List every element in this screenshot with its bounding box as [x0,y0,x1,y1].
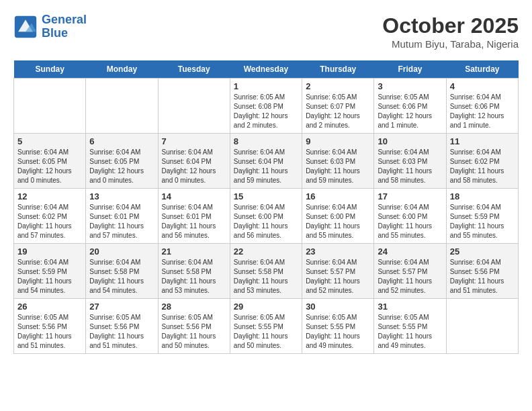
day-info: Sunrise: 6:04 AM Sunset: 5:58 PM Dayligh… [234,258,298,295]
calendar-cell: 24Sunrise: 6:04 AM Sunset: 5:57 PM Dayli… [374,244,446,299]
calendar-cell: 23Sunrise: 6:04 AM Sunset: 5:57 PM Dayli… [302,244,374,299]
calendar-week-row: 1Sunrise: 6:05 AM Sunset: 6:08 PM Daylig… [14,79,519,134]
calendar-cell: 30Sunrise: 6:05 AM Sunset: 5:55 PM Dayli… [302,299,374,354]
day-info: Sunrise: 6:04 AM Sunset: 6:03 PM Dayligh… [306,148,370,185]
day-info: Sunrise: 6:04 AM Sunset: 5:56 PM Dayligh… [450,258,515,295]
day-number: 21 [162,246,226,257]
calendar-cell: 16Sunrise: 6:04 AM Sunset: 6:00 PM Dayli… [302,189,374,244]
calendar-cell [14,79,86,134]
day-number: 20 [89,246,154,257]
calendar-cell: 25Sunrise: 6:04 AM Sunset: 5:56 PM Dayli… [446,244,518,299]
day-number: 26 [17,302,82,312]
day-number: 7 [162,136,226,146]
page-header: General Blue October 2025 Mutum Biyu, Ta… [13,13,519,50]
calendar-cell: 2Sunrise: 6:05 AM Sunset: 6:07 PM Daylig… [302,79,374,134]
day-info: Sunrise: 6:04 AM Sunset: 5:57 PM Dayligh… [378,258,442,295]
day-number: 5 [17,136,82,146]
day-header-wednesday: Wednesday [230,60,302,79]
calendar-cell: 14Sunrise: 6:04 AM Sunset: 6:01 PM Dayli… [158,189,230,244]
day-number: 14 [162,191,226,201]
day-info: Sunrise: 6:04 AM Sunset: 6:02 PM Dayligh… [450,148,515,185]
day-info: Sunrise: 6:04 AM Sunset: 6:02 PM Dayligh… [17,203,82,240]
day-info: Sunrise: 6:04 AM Sunset: 5:59 PM Dayligh… [450,203,515,240]
calendar-cell: 20Sunrise: 6:04 AM Sunset: 5:58 PM Dayli… [86,244,158,299]
day-info: Sunrise: 6:05 AM Sunset: 5:55 PM Dayligh… [306,313,370,351]
day-info: Sunrise: 6:04 AM Sunset: 6:03 PM Dayligh… [378,148,442,185]
calendar-cell: 29Sunrise: 6:05 AM Sunset: 5:55 PM Dayli… [230,299,302,354]
day-header-sunday: Sunday [14,60,86,79]
day-number: 11 [450,136,515,146]
day-info: Sunrise: 6:05 AM Sunset: 5:56 PM Dayligh… [17,313,82,351]
logo: General Blue [13,13,87,40]
day-info: Sunrise: 6:04 AM Sunset: 6:00 PM Dayligh… [306,203,370,240]
day-number: 10 [378,136,442,146]
calendar-week-row: 5Sunrise: 6:04 AM Sunset: 6:05 PM Daylig… [14,134,519,189]
day-info: Sunrise: 6:04 AM Sunset: 6:04 PM Dayligh… [234,148,298,185]
calendar-cell [446,299,518,354]
day-info: Sunrise: 6:04 AM Sunset: 6:00 PM Dayligh… [234,203,298,240]
day-number: 16 [306,191,370,201]
calendar-cell: 21Sunrise: 6:04 AM Sunset: 5:58 PM Dayli… [158,244,230,299]
calendar-cell: 9Sunrise: 6:04 AM Sunset: 6:03 PM Daylig… [302,134,374,189]
day-info: Sunrise: 6:04 AM Sunset: 6:05 PM Dayligh… [89,148,154,185]
logo-text: General Blue [42,13,87,40]
day-header-saturday: Saturday [446,60,518,79]
day-number: 28 [162,302,226,312]
day-number: 4 [450,81,515,91]
day-number: 27 [89,302,154,312]
day-info: Sunrise: 6:04 AM Sunset: 6:05 PM Dayligh… [17,148,82,185]
day-info: Sunrise: 6:05 AM Sunset: 5:55 PM Dayligh… [234,313,298,351]
calendar-cell: 10Sunrise: 6:04 AM Sunset: 6:03 PM Dayli… [374,134,446,189]
day-info: Sunrise: 6:04 AM Sunset: 6:04 PM Dayligh… [162,148,226,185]
calendar-cell: 17Sunrise: 6:04 AM Sunset: 6:00 PM Dayli… [374,189,446,244]
calendar-cell: 26Sunrise: 6:05 AM Sunset: 5:56 PM Dayli… [14,299,86,354]
day-header-monday: Monday [86,60,158,79]
day-info: Sunrise: 6:05 AM Sunset: 6:06 PM Dayligh… [378,93,442,130]
calendar-cell: 27Sunrise: 6:05 AM Sunset: 5:56 PM Dayli… [86,299,158,354]
day-info: Sunrise: 6:04 AM Sunset: 5:58 PM Dayligh… [89,258,154,295]
day-number: 18 [450,191,515,201]
day-header-tuesday: Tuesday [158,60,230,79]
calendar-header-row: SundayMondayTuesdayWednesdayThursdayFrid… [14,60,519,79]
calendar-cell: 6Sunrise: 6:04 AM Sunset: 6:05 PM Daylig… [86,134,158,189]
day-info: Sunrise: 6:05 AM Sunset: 5:56 PM Dayligh… [89,313,154,351]
day-number: 9 [306,136,370,146]
calendar-cell [158,79,230,134]
calendar-week-row: 12Sunrise: 6:04 AM Sunset: 6:02 PM Dayli… [14,189,519,244]
calendar-cell: 28Sunrise: 6:05 AM Sunset: 5:56 PM Dayli… [158,299,230,354]
day-number: 2 [306,81,370,91]
day-info: Sunrise: 6:04 AM Sunset: 6:01 PM Dayligh… [89,203,154,240]
day-info: Sunrise: 6:05 AM Sunset: 5:56 PM Dayligh… [162,313,226,351]
calendar-week-row: 19Sunrise: 6:04 AM Sunset: 5:59 PM Dayli… [14,244,519,299]
calendar-cell: 12Sunrise: 6:04 AM Sunset: 6:02 PM Dayli… [14,189,86,244]
calendar-week-row: 26Sunrise: 6:05 AM Sunset: 5:56 PM Dayli… [14,299,519,354]
calendar-cell: 13Sunrise: 6:04 AM Sunset: 6:01 PM Dayli… [86,189,158,244]
calendar-cell: 1Sunrise: 6:05 AM Sunset: 6:08 PM Daylig… [230,79,302,134]
day-number: 19 [17,246,82,257]
month-title: October 2025 [382,13,519,38]
calendar-cell: 3Sunrise: 6:05 AM Sunset: 6:06 PM Daylig… [374,79,446,134]
day-info: Sunrise: 6:05 AM Sunset: 5:55 PM Dayligh… [378,313,442,351]
day-number: 22 [234,246,298,257]
day-info: Sunrise: 6:04 AM Sunset: 5:57 PM Dayligh… [306,258,370,295]
calendar-table: SundayMondayTuesdayWednesdayThursdayFrid… [13,60,519,354]
day-number: 12 [17,191,82,201]
day-info: Sunrise: 6:04 AM Sunset: 6:00 PM Dayligh… [378,203,442,240]
calendar-cell: 22Sunrise: 6:04 AM Sunset: 5:58 PM Dayli… [230,244,302,299]
day-number: 23 [306,246,370,257]
title-block: October 2025 Mutum Biyu, Taraba, Nigeria [382,13,519,50]
day-header-friday: Friday [374,60,446,79]
day-number: 6 [89,136,154,146]
calendar-cell: 11Sunrise: 6:04 AM Sunset: 6:02 PM Dayli… [446,134,518,189]
day-number: 31 [378,302,442,312]
day-number: 30 [306,302,370,312]
day-number: 13 [89,191,154,201]
day-number: 1 [234,81,298,91]
day-info: Sunrise: 6:05 AM Sunset: 6:07 PM Dayligh… [306,93,370,130]
day-info: Sunrise: 6:04 AM Sunset: 5:59 PM Dayligh… [17,258,82,295]
logo-icon [13,15,38,39]
calendar-cell: 15Sunrise: 6:04 AM Sunset: 6:00 PM Dayli… [230,189,302,244]
day-info: Sunrise: 6:04 AM Sunset: 5:58 PM Dayligh… [162,258,226,295]
calendar-cell: 8Sunrise: 6:04 AM Sunset: 6:04 PM Daylig… [230,134,302,189]
calendar-cell: 19Sunrise: 6:04 AM Sunset: 5:59 PM Dayli… [14,244,86,299]
